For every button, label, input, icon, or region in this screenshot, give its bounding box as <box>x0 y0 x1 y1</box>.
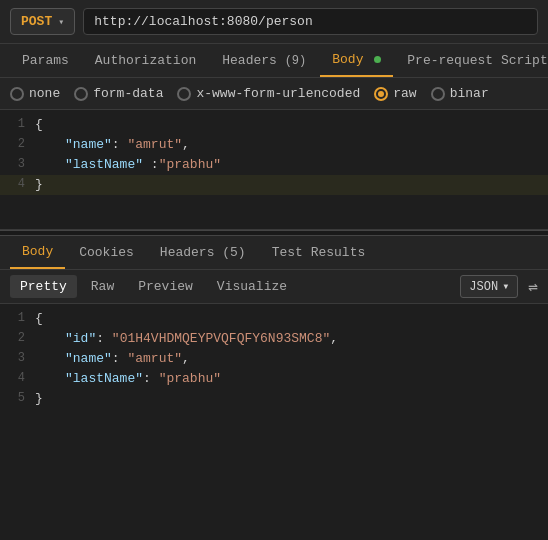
response-body-code: 1 { 2 "id": "01H4VHDMQEYPVQFQFY6N93SMC8"… <box>0 304 548 414</box>
tab-body[interactable]: Body <box>320 44 393 77</box>
radio-binary-label: binar <box>450 86 489 101</box>
format-visualize[interactable]: Visualize <box>207 275 297 298</box>
radio-raw[interactable]: raw <box>374 86 416 101</box>
radio-bar: none form-data x-www-form-urlencoded raw… <box>0 78 548 110</box>
radio-none-label: none <box>29 86 60 101</box>
headers-badge: (9) <box>285 54 307 68</box>
response-line-2: 2 "id": "01H4VHDMQEYPVQFQFY6N93SMC8", <box>0 329 548 349</box>
request-line-4: 4 } <box>0 175 548 195</box>
response-line-num-2: 2 <box>0 331 35 345</box>
line-num-2: 2 <box>0 137 35 151</box>
response-content-4: "lastName": "prabhu" <box>35 371 548 386</box>
request-line-1: 1 { <box>0 115 548 135</box>
line-num-1: 1 <box>0 117 35 131</box>
line-content-4: } <box>35 177 548 192</box>
response-line-num-1: 1 <box>0 311 35 325</box>
response-content-3: "name": "amrut", <box>35 351 548 366</box>
request-line-3: 3 "lastName" :"prabhu" <box>0 155 548 175</box>
response-tabs: Body Cookies Headers (5) Test Results <box>0 236 548 270</box>
request-body-editor[interactable]: 1 { 2 "name": "amrut", 3 "lastName" :"pr… <box>0 110 548 230</box>
body-dot <box>374 56 381 63</box>
wrap-icon[interactable]: ⇌ <box>528 277 538 297</box>
response-line-num-4: 4 <box>0 371 35 385</box>
response-section: Body Cookies Headers (5) Test Results Pr… <box>0 236 548 414</box>
line-num-4: 4 <box>0 177 35 191</box>
format-bar: Pretty Raw Preview Visualize JSON ▾ ⇌ <box>0 270 548 304</box>
radio-none[interactable]: none <box>10 86 60 101</box>
format-raw[interactable]: Raw <box>81 275 124 298</box>
response-content-2: "id": "01H4VHDMQEYPVQFQFY6N93SMC8", <box>35 331 548 346</box>
top-bar: POST ▾ <box>0 0 548 44</box>
radio-form-data-label: form-data <box>93 86 163 101</box>
response-headers-badge: (5) <box>222 245 245 260</box>
request-line-2: 2 "name": "amrut", <box>0 135 548 155</box>
json-format-select[interactable]: JSON ▾ <box>460 275 518 298</box>
response-line-num-5: 5 <box>0 391 35 405</box>
method-label: POST <box>21 14 52 29</box>
response-line-num-3: 3 <box>0 351 35 365</box>
radio-form-data-circle <box>74 87 88 101</box>
radio-urlencoded-label: x-www-form-urlencoded <box>196 86 360 101</box>
radio-raw-circle <box>374 87 388 101</box>
line-num-3: 3 <box>0 157 35 171</box>
radio-urlencoded[interactable]: x-www-form-urlencoded <box>177 86 360 101</box>
response-content-5: } <box>35 391 548 406</box>
response-line-1: 1 { <box>0 309 548 329</box>
response-line-4: 4 "lastName": "prabhu" <box>0 369 548 389</box>
url-input[interactable] <box>83 8 538 35</box>
line-content-3: "lastName" :"prabhu" <box>35 157 548 172</box>
nav-tabs: Params Authorization Headers (9) Body Pr… <box>0 44 548 78</box>
line-content-2: "name": "amrut", <box>35 137 548 152</box>
line-content-1: { <box>35 117 548 132</box>
response-tab-headers[interactable]: Headers (5) <box>148 237 258 268</box>
format-pretty[interactable]: Pretty <box>10 275 77 298</box>
response-tab-body[interactable]: Body <box>10 236 65 269</box>
response-line-5: 5 } <box>0 389 548 409</box>
tab-headers[interactable]: Headers (9) <box>210 45 318 76</box>
response-tab-test-results[interactable]: Test Results <box>260 237 378 268</box>
json-chevron-icon: ▾ <box>502 279 509 294</box>
radio-none-circle <box>10 87 24 101</box>
response-content-1: { <box>35 311 548 326</box>
json-format-label: JSON <box>469 280 498 294</box>
tab-pre-request[interactable]: Pre-request Script <box>395 45 548 76</box>
response-line-3: 3 "name": "amrut", <box>0 349 548 369</box>
method-dropdown[interactable]: POST ▾ <box>10 8 75 35</box>
radio-form-data[interactable]: form-data <box>74 86 163 101</box>
chevron-down-icon: ▾ <box>58 16 64 28</box>
radio-urlencoded-circle <box>177 87 191 101</box>
radio-binary[interactable]: binar <box>431 86 489 101</box>
tab-authorization[interactable]: Authorization <box>83 45 208 76</box>
tab-params[interactable]: Params <box>10 45 81 76</box>
format-preview[interactable]: Preview <box>128 275 203 298</box>
radio-binary-circle <box>431 87 445 101</box>
radio-raw-label: raw <box>393 86 416 101</box>
response-tab-cookies[interactable]: Cookies <box>67 237 146 268</box>
